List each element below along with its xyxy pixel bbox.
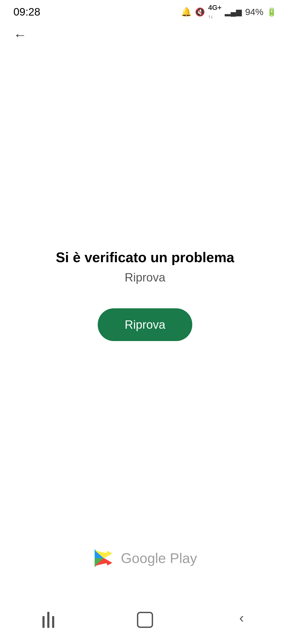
- main-content: Si è verificato un problema Riprova Ripr…: [0, 0, 290, 590]
- google-play-label: Google Play: [121, 550, 197, 566]
- google-play-logo-icon: [93, 547, 114, 569]
- back-nav-icon: ›: [239, 612, 244, 628]
- nav-home-button[interactable]: [129, 609, 161, 631]
- nav-recents-button[interactable]: [32, 609, 64, 631]
- error-section: Si è verificato un problema Riprova: [56, 249, 234, 284]
- recents-icon: [42, 612, 54, 628]
- footer-brand: Google Play: [0, 547, 290, 569]
- nav-back-button[interactable]: ›: [226, 609, 258, 631]
- retry-button[interactable]: Riprova: [98, 308, 192, 341]
- home-icon: [137, 612, 153, 628]
- error-title: Si è verificato un problema: [56, 249, 234, 265]
- error-subtitle: Riprova: [125, 271, 165, 284]
- nav-bar: ›: [0, 596, 290, 644]
